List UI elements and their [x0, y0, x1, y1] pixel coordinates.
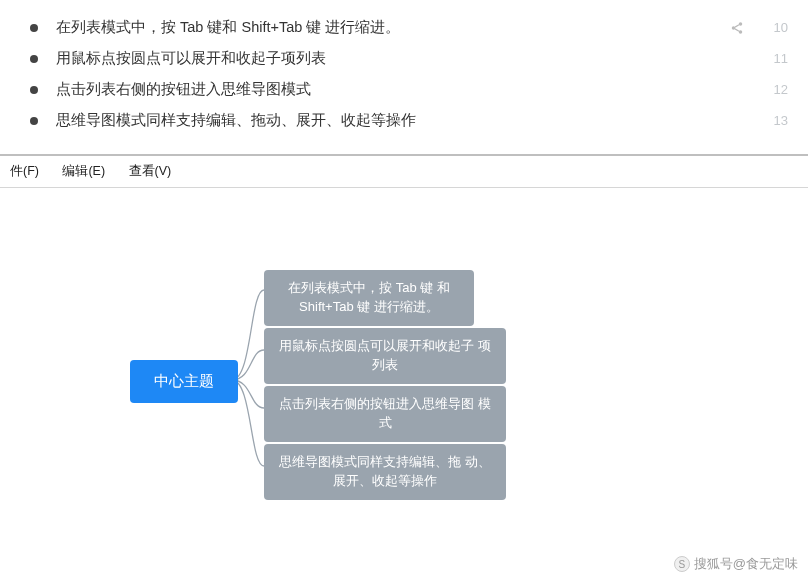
bullet-icon[interactable]	[30, 55, 38, 63]
svg-point-1	[732, 26, 736, 30]
menu-view[interactable]: 查看(V)	[119, 161, 182, 182]
line-number: 12	[766, 82, 788, 97]
list-item-text[interactable]: 在列表模式中，按 Tab 键和 Shift+Tab 键 进行缩进。	[56, 18, 730, 37]
list-item-text[interactable]: 思维导图模式同样支持编辑、拖动、展开、收起等操作	[56, 111, 766, 130]
line-number: 11	[766, 51, 788, 66]
svg-point-2	[739, 30, 743, 34]
sohu-icon: S	[674, 556, 690, 572]
share-icon[interactable]	[730, 21, 744, 35]
mindmap-child-node[interactable]: 思维导图模式同样支持编辑、拖 动、展开、收起等操作	[264, 444, 506, 500]
menu-bar: 件(F) 编辑(E) 查看(V)	[0, 156, 808, 188]
mindmap-child-node[interactable]: 点击列表右侧的按钮进入思维导图 模式	[264, 386, 506, 442]
line-number: 10	[766, 20, 788, 35]
list-item[interactable]: 用鼠标点按圆点可以展开和收起子项列表 11	[30, 43, 788, 74]
mindmap-child-node[interactable]: 在列表模式中，按 Tab 键 和 Shift+Tab 键 进行缩进。	[264, 270, 474, 326]
bullet-icon[interactable]	[30, 117, 38, 125]
line-number: 13	[766, 113, 788, 128]
svg-point-0	[739, 22, 743, 26]
list-panel: 在列表模式中，按 Tab 键和 Shift+Tab 键 进行缩进。 10 用鼠标…	[0, 0, 808, 154]
menu-file[interactable]: 件(F)	[0, 161, 49, 182]
watermark: S 搜狐号@食无定味	[674, 555, 798, 573]
list-item[interactable]: 思维导图模式同样支持编辑、拖动、展开、收起等操作 13	[30, 105, 788, 136]
menu-edit[interactable]: 编辑(E)	[52, 161, 115, 182]
mindmap-child-node[interactable]: 用鼠标点按圆点可以展开和收起子 项列表	[264, 328, 506, 384]
list-item-text[interactable]: 点击列表右侧的按钮进入思维导图模式	[56, 80, 766, 99]
watermark-text: 搜狐号@食无定味	[694, 555, 798, 573]
list-item[interactable]: 点击列表右侧的按钮进入思维导图模式 12	[30, 74, 788, 105]
bullet-icon[interactable]	[30, 86, 38, 94]
mindmap-center-node[interactable]: 中心主题	[130, 360, 238, 403]
list-item-text[interactable]: 用鼠标点按圆点可以展开和收起子项列表	[56, 49, 766, 68]
bullet-icon[interactable]	[30, 24, 38, 32]
list-item[interactable]: 在列表模式中，按 Tab 键和 Shift+Tab 键 进行缩进。 10	[30, 12, 788, 43]
mindmap-canvas[interactable]: 中心主题 在列表模式中，按 Tab 键 和 Shift+Tab 键 进行缩进。 …	[0, 188, 808, 540]
